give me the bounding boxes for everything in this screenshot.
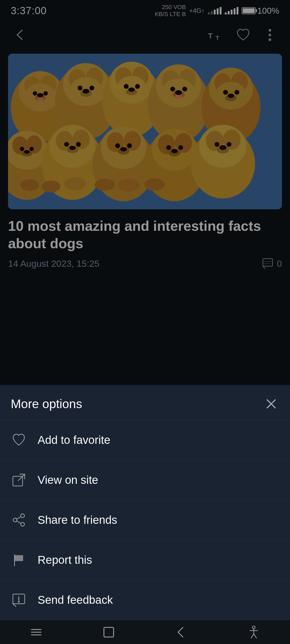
svg-line-125 (251, 634, 254, 638)
heart-icon (11, 432, 27, 448)
bottom-sheet-title: More options (11, 397, 82, 411)
external-link-icon (11, 472, 27, 488)
report-label: Report this (38, 554, 92, 566)
flag-icon (11, 552, 27, 568)
feedback-icon (11, 592, 27, 608)
nav-accessibility-button[interactable] (243, 621, 264, 643)
bottom-sheet: More options Add to favorite View on sit… (0, 385, 290, 620)
nav-menu-button[interactable] (26, 621, 47, 643)
menu-item-view-site[interactable]: View on site (0, 460, 290, 500)
svg-point-117 (18, 601, 20, 603)
menu-item-feedback[interactable]: Send feedback (0, 580, 290, 620)
bottom-nav (0, 620, 290, 644)
svg-line-112 (17, 521, 21, 523)
svg-point-108 (21, 514, 24, 518)
feedback-label: Send feedback (38, 594, 113, 606)
svg-point-122 (252, 626, 255, 629)
menu-item-share[interactable]: Share to friends (0, 500, 290, 540)
close-button[interactable] (263, 396, 279, 412)
svg-rect-121 (104, 627, 114, 637)
nav-back-button[interactable] (171, 621, 192, 643)
nav-home-button[interactable] (98, 621, 119, 643)
bottom-sheet-header: More options (0, 385, 290, 420)
share-icon (11, 512, 27, 528)
svg-line-111 (17, 517, 21, 519)
svg-point-110 (13, 518, 17, 522)
svg-line-107 (18, 474, 25, 481)
add-favorite-label: Add to favorite (38, 434, 110, 447)
svg-point-109 (21, 522, 24, 526)
view-site-label: View on site (38, 474, 98, 486)
share-label: Share to friends (38, 514, 117, 526)
menu-item-report[interactable]: Report this (0, 540, 290, 580)
menu-item-add-favorite[interactable]: Add to favorite (0, 420, 290, 460)
svg-line-126 (254, 634, 256, 638)
svg-line-115 (13, 604, 16, 606)
